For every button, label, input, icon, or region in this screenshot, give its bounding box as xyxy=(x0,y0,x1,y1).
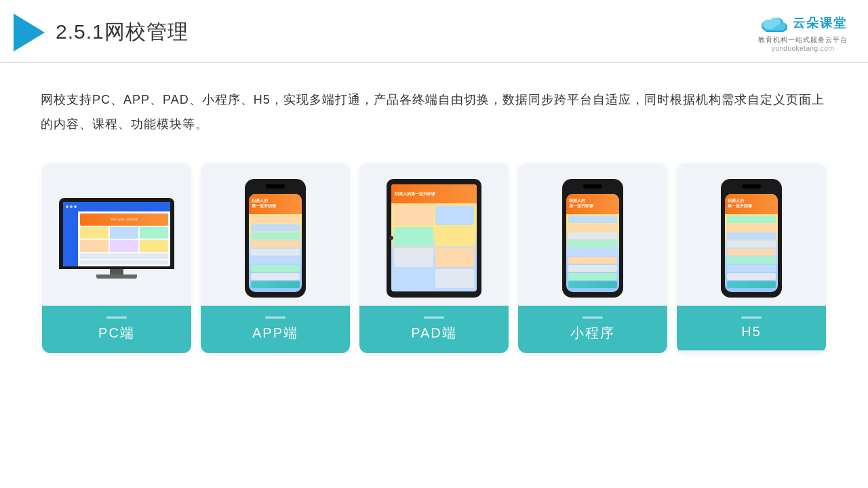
label-line-pad xyxy=(424,317,444,319)
logo-cloud: 云朵课堂 xyxy=(759,12,847,34)
card-h5-label: H5 xyxy=(677,306,826,350)
pc-mockup: 职涯人的第一堂升职课 xyxy=(56,198,178,279)
card-h5-image: 职涯人的第一堂升职课 xyxy=(677,163,826,306)
app-phone-mockup: 职涯人的第一堂升职课 xyxy=(245,179,306,298)
card-pc-label: PC端 xyxy=(42,306,191,353)
card-miniapp: 职涯人的第一堂升职课 xyxy=(518,163,667,353)
header: 2.5.1网校管理 云朵课堂 教育机构一站式服务云平台 yunduoketang… xyxy=(0,0,868,63)
logo-url: yunduoketang.com xyxy=(772,45,835,52)
description-text: 网校支持PC、APP、PAD、小程序、H5，实现多端打通，产品各终端自由切换，数… xyxy=(0,63,868,150)
tablet-camera xyxy=(389,236,393,240)
card-app-image: 职涯人的第一堂升职课 xyxy=(201,163,350,306)
page-title: 2.5.1网校管理 xyxy=(56,18,189,46)
logo-main-text: 云朵课堂 xyxy=(793,15,847,31)
card-h5: 职涯人的第一堂升职课 xyxy=(677,163,826,353)
play-icon xyxy=(14,14,45,52)
cloud-icon xyxy=(759,12,789,34)
label-line-pc xyxy=(106,317,127,319)
card-pad: 职涯人的第一堂升职课 xyxy=(359,163,509,353)
miniapp-phone-mockup: 职涯人的第一堂升职课 xyxy=(562,179,623,298)
card-miniapp-image: 职涯人的第一堂升职课 xyxy=(518,163,667,306)
phone-notch xyxy=(266,184,285,188)
card-pad-label: PAD端 xyxy=(359,306,509,353)
tablet-mockup: 职涯人的第一堂升职课 xyxy=(387,179,481,298)
header-left: 2.5.1网校管理 xyxy=(14,14,189,52)
phone-notch-2 xyxy=(583,184,602,188)
card-app-label: APP端 xyxy=(201,306,350,353)
logo-area: 云朵课堂 教育机构一站式服务云平台 yunduoketang.com xyxy=(758,12,848,52)
card-pad-image: 职涯人的第一堂升职课 xyxy=(359,163,509,306)
card-miniapp-label: 小程序 xyxy=(518,306,667,353)
svg-point-9 xyxy=(770,18,781,26)
label-line-miniapp xyxy=(583,317,603,319)
phone-notch-3 xyxy=(742,184,761,188)
logo-tagline: 教育机构一站式服务云平台 xyxy=(758,35,848,45)
card-app: 职涯人的第一堂升职课 xyxy=(201,163,350,353)
label-line-app xyxy=(265,317,285,319)
h5-phone-mockup: 职涯人的第一堂升职课 xyxy=(721,179,782,298)
card-pc-image: 职涯人的第一堂升职课 xyxy=(42,163,191,306)
cards-section: 职涯人的第一堂升职课 xyxy=(0,150,868,373)
card-pc: 职涯人的第一堂升职课 xyxy=(42,163,191,353)
label-line-h5 xyxy=(741,317,762,319)
